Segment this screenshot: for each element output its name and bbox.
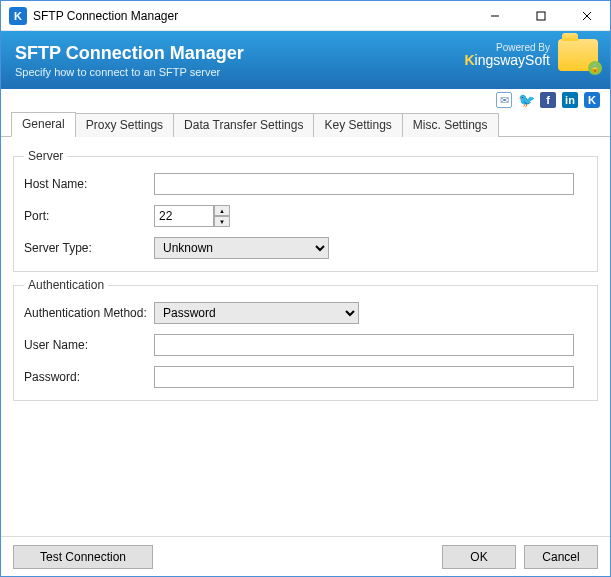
close-icon	[582, 11, 592, 21]
ok-button[interactable]: OK	[442, 545, 516, 569]
k-badge-icon[interactable]: K	[584, 92, 600, 108]
test-connection-button[interactable]: Test Connection	[13, 545, 153, 569]
footer: Test Connection OK Cancel	[1, 536, 610, 576]
maximize-button[interactable]	[518, 1, 564, 31]
auth-method-select[interactable]: Password	[154, 302, 359, 324]
banner: SFTP Connection Manager Specify how to c…	[1, 31, 610, 89]
auth-group: Authentication Authentication Method: Pa…	[13, 278, 598, 401]
tab-strip: General Proxy Settings Data Transfer Set…	[1, 111, 610, 137]
server-type-select[interactable]: Unknown	[154, 237, 329, 259]
social-strip: ✉ 🐦 f in K	[1, 89, 610, 111]
lock-icon: 🔒	[588, 61, 602, 75]
host-input[interactable]	[154, 173, 574, 195]
facebook-icon[interactable]: f	[540, 92, 556, 108]
cancel-button[interactable]: Cancel	[524, 545, 598, 569]
auth-legend: Authentication	[24, 278, 108, 292]
tab-misc[interactable]: Misc. Settings	[402, 113, 499, 137]
port-input[interactable]	[154, 205, 214, 227]
banner-title: SFTP Connection Manager	[15, 43, 244, 64]
minimize-icon	[490, 11, 500, 21]
email-icon[interactable]: ✉	[496, 92, 512, 108]
svg-rect-1	[537, 12, 545, 20]
minimize-button[interactable]	[472, 1, 518, 31]
server-group: Server Host Name: Port: ▲ ▼ Server Type:	[13, 149, 598, 272]
app-icon: K	[9, 7, 27, 25]
server-type-label: Server Type:	[24, 241, 154, 255]
tab-proxy[interactable]: Proxy Settings	[75, 113, 174, 137]
host-label: Host Name:	[24, 177, 154, 191]
twitter-icon[interactable]: 🐦	[518, 92, 534, 108]
auth-method-label: Authentication Method:	[24, 306, 154, 320]
tab-body: Server Host Name: Port: ▲ ▼ Server Type:	[1, 137, 610, 536]
brand-logo: Powered By KingswaySoft	[464, 43, 550, 67]
sftp-folder-icon: 🔒	[558, 39, 598, 71]
server-legend: Server	[24, 149, 67, 163]
pass-label: Password:	[24, 370, 154, 384]
port-label: Port:	[24, 209, 154, 223]
brand-name: KingswaySoft	[464, 53, 550, 67]
tab-transfer[interactable]: Data Transfer Settings	[173, 113, 314, 137]
pass-input[interactable]	[154, 366, 574, 388]
close-button[interactable]	[564, 1, 610, 31]
port-step-up[interactable]: ▲	[214, 205, 230, 216]
window-title: SFTP Connection Manager	[33, 9, 178, 23]
window: K SFTP Connection Manager SFTP Connectio…	[0, 0, 611, 577]
user-input[interactable]	[154, 334, 574, 356]
banner-subtitle: Specify how to connect to an SFTP server	[15, 66, 244, 78]
maximize-icon	[536, 11, 546, 21]
port-step-down[interactable]: ▼	[214, 216, 230, 227]
tab-key[interactable]: Key Settings	[313, 113, 402, 137]
tab-general[interactable]: General	[11, 112, 76, 137]
user-label: User Name:	[24, 338, 154, 352]
linkedin-icon[interactable]: in	[562, 92, 578, 108]
titlebar: K SFTP Connection Manager	[1, 1, 610, 31]
